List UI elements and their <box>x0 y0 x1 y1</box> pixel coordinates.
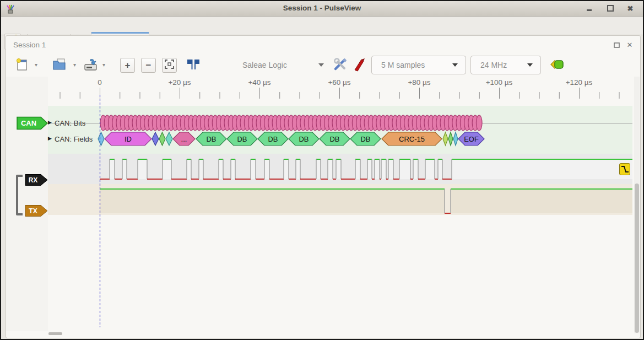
cursors-flags-icon <box>186 58 201 73</box>
channels-icon <box>548 58 566 73</box>
open-folder-icon <box>52 58 67 73</box>
minimize-button[interactable] <box>583 4 596 13</box>
svg-text:RX: RX <box>29 176 38 184</box>
decoder-row-fields-label: CAN: Fields <box>55 135 93 143</box>
pulseview-window: Session 1 - PulseView ✖ Run <box>0 0 644 340</box>
dock-title: Session 1 <box>13 41 46 49</box>
probe-connect-button[interactable] <box>353 58 367 73</box>
maximize-button[interactable] <box>604 4 617 13</box>
zoom-fit-icon <box>165 60 174 71</box>
zoom-in-button[interactable]: + <box>120 58 135 73</box>
horizontal-scrollbar-handle[interactable] <box>48 332 62 335</box>
svg-text:TX: TX <box>29 207 37 215</box>
channels-button[interactable] <box>548 58 566 73</box>
new-file-dropdown-icon[interactable]: ▾ <box>35 62 37 68</box>
configure-device-button[interactable] <box>332 58 349 73</box>
zoom-out-button[interactable]: − <box>141 58 156 73</box>
save-button[interactable] <box>83 58 98 73</box>
new-file-icon <box>16 58 28 73</box>
rx-band[interactable] <box>48 154 632 184</box>
save-icon <box>83 58 98 73</box>
vertical-scrollbar-handle[interactable] <box>635 184 639 333</box>
expander-can-fields-icon[interactable]: ▶ <box>48 136 52 141</box>
channel-group-bracket[interactable] <box>13 174 24 216</box>
dock-float-button[interactable] <box>611 41 621 50</box>
channel-tag-can[interactable]: CAN <box>17 116 48 130</box>
channel-tag-tx[interactable]: TX <box>25 204 48 217</box>
new-file-button[interactable] <box>15 58 29 73</box>
chevron-down-icon <box>318 63 324 67</box>
tx-band[interactable] <box>48 184 632 215</box>
channel-tag-rx[interactable]: RX <box>25 174 48 186</box>
window-title: Session 1 - PulseView <box>1 4 643 12</box>
sample-rate-value: 24 MHz <box>471 61 527 69</box>
sample-rate-select[interactable]: 24 MHz <box>470 56 541 74</box>
svg-text:CAN: CAN <box>21 119 36 127</box>
titlebar[interactable]: Session 1 - PulseView ✖ <box>1 1 643 17</box>
decoder-row-bits-label: CAN: Bits <box>55 119 85 127</box>
open-file-dropdown-icon[interactable]: ▾ <box>73 62 76 68</box>
save-dropdown-icon[interactable]: ▾ <box>102 62 105 68</box>
sample-count-value: 5 M samples <box>372 61 452 69</box>
dock-close-button[interactable]: ✕ <box>625 41 635 50</box>
decoder-band[interactable] <box>48 106 632 154</box>
wrench-screwdriver-icon <box>333 57 348 74</box>
device-select-value: Saleae Logic <box>237 61 318 69</box>
open-file-button[interactable] <box>52 58 67 73</box>
zoom-fit-button[interactable] <box>162 58 177 73</box>
minus-icon: − <box>146 60 151 71</box>
chevron-down-icon <box>527 63 533 67</box>
close-button[interactable]: ✖ <box>624 4 637 13</box>
device-select[interactable]: Saleae Logic <box>237 56 332 74</box>
channel-label-column <box>6 77 48 331</box>
expander-can-bits-icon[interactable]: ▶ <box>48 120 52 125</box>
plus-icon: + <box>125 60 131 71</box>
sample-count-select[interactable]: 5 M samples <box>371 56 466 74</box>
probe-icon <box>353 57 366 74</box>
show-cursors-button[interactable] <box>185 58 201 73</box>
main-toolbar: Run Session 1 ✕ <box>1 17 643 35</box>
tab-active-indicator <box>91 32 149 34</box>
falling-edge-icon <box>620 167 630 176</box>
trigger-marker[interactable] <box>619 163 630 175</box>
chevron-down-icon <box>452 63 458 67</box>
